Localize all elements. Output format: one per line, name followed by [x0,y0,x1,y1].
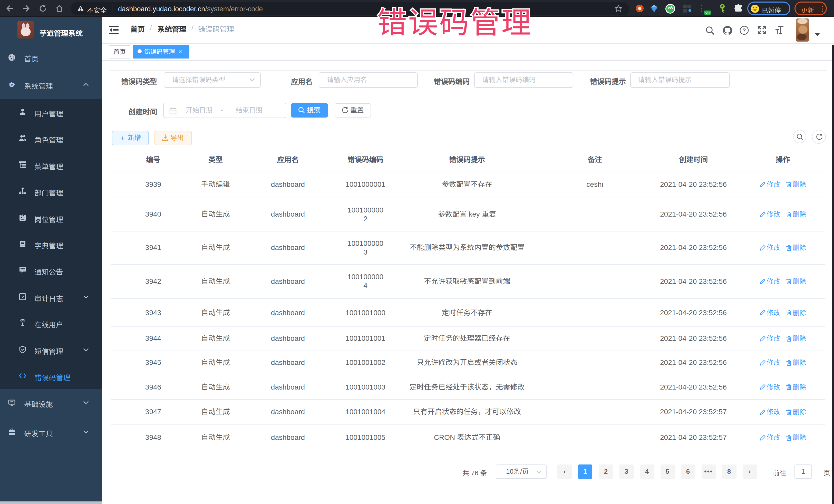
svg-text:错误码管理: 错误码管理 [377,0,532,42]
svg-text:on: on [705,10,709,14]
svg-text:?: ? [742,27,746,34]
